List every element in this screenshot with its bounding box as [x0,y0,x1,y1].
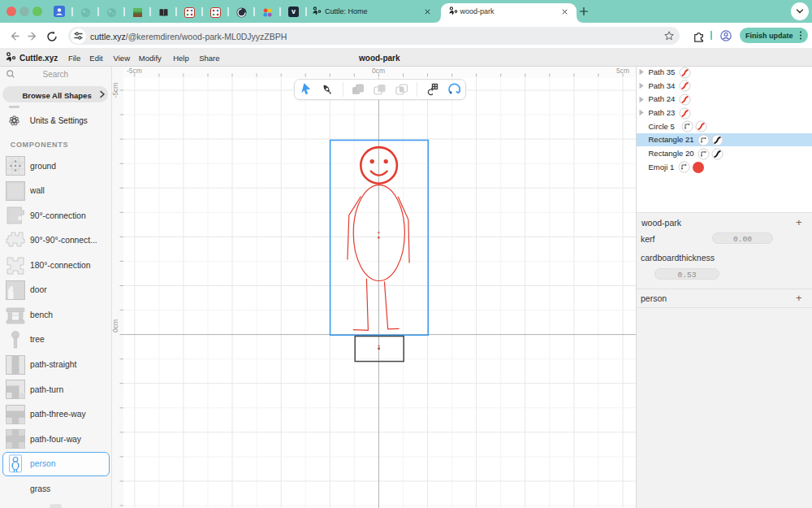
svg-text:0cm: 0cm [111,319,119,332]
svg-text:5cm: 5cm [616,67,629,75]
svg-text:0cm: 0cm [372,67,385,75]
svg-text:-5cm: -5cm [127,67,142,75]
svg-text:-5cm: -5cm [111,83,119,98]
